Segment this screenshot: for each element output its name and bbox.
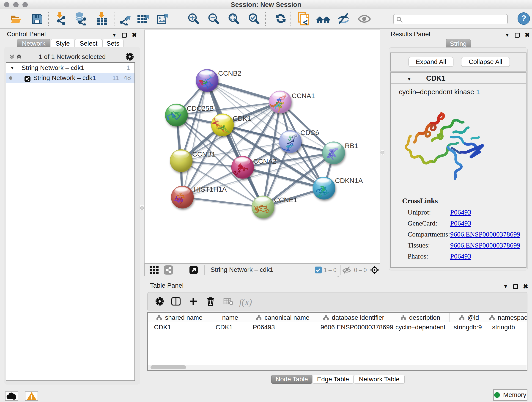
svg-text:?: ? [521, 14, 526, 23]
